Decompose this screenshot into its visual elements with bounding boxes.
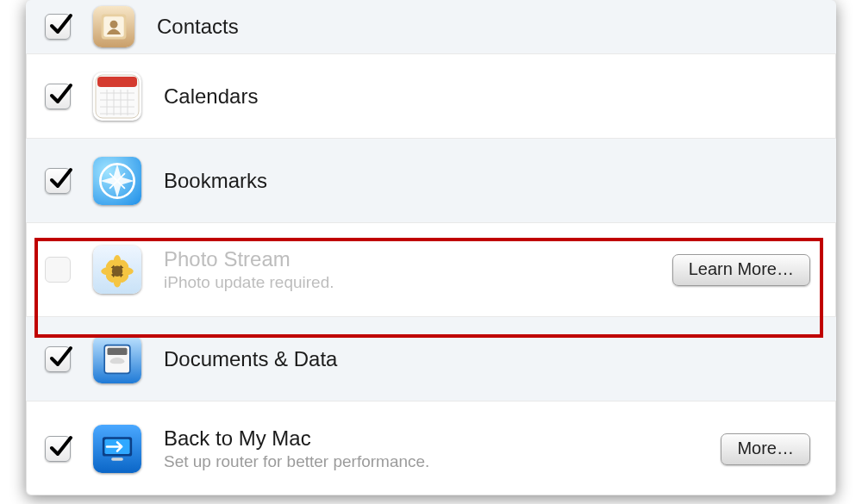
bookmarks-icon xyxy=(93,157,141,205)
svg-rect-28 xyxy=(111,457,123,460)
service-row-contacts: Contacts xyxy=(26,0,836,54)
sublabel-back-to-my-mac: Set up router for better performance. xyxy=(164,452,721,471)
service-row-bookmarks: Bookmarks xyxy=(26,139,836,223)
checkbox-contacts[interactable] xyxy=(45,14,71,40)
label-calendars: Calendars xyxy=(164,84,810,109)
service-row-calendars: Calendars xyxy=(26,54,836,139)
service-row-documents-data: Documents & Data xyxy=(26,317,836,401)
back-to-my-mac-icon xyxy=(93,425,141,473)
svg-rect-25 xyxy=(108,347,128,354)
checkbox-photo-stream xyxy=(45,257,71,283)
checkbox-calendars[interactable] xyxy=(45,84,71,109)
icloud-services-panel: { "rows": { "contacts": { "label": "Cont… xyxy=(26,0,836,495)
photo-stream-icon xyxy=(93,246,141,294)
contacts-icon xyxy=(93,6,134,47)
label-documents-data: Documents & Data xyxy=(164,347,810,371)
sublabel-photo-stream: iPhoto update required. xyxy=(164,273,672,292)
learn-more-button[interactable]: Learn More… xyxy=(672,254,810,286)
label-photo-stream: Photo Stream xyxy=(164,247,672,271)
svg-point-23 xyxy=(112,266,123,277)
label-back-to-my-mac: Back to My Mac xyxy=(164,426,721,451)
documents-data-icon xyxy=(93,335,141,383)
svg-rect-4 xyxy=(97,77,137,87)
more-button[interactable]: More… xyxy=(721,433,810,465)
checkbox-back-to-my-mac[interactable] xyxy=(45,436,71,462)
service-row-back-to-my-mac: Back to My Mac Set up router for better … xyxy=(26,401,836,495)
service-row-photo-stream: Photo Stream iPhoto update required. Lea… xyxy=(26,223,836,317)
label-contacts: Contacts xyxy=(157,15,810,39)
checkbox-documents-data[interactable] xyxy=(45,346,71,372)
checkbox-bookmarks[interactable] xyxy=(45,168,71,194)
label-bookmarks: Bookmarks xyxy=(164,169,810,193)
calendars-icon xyxy=(93,72,141,121)
svg-point-2 xyxy=(110,21,118,28)
